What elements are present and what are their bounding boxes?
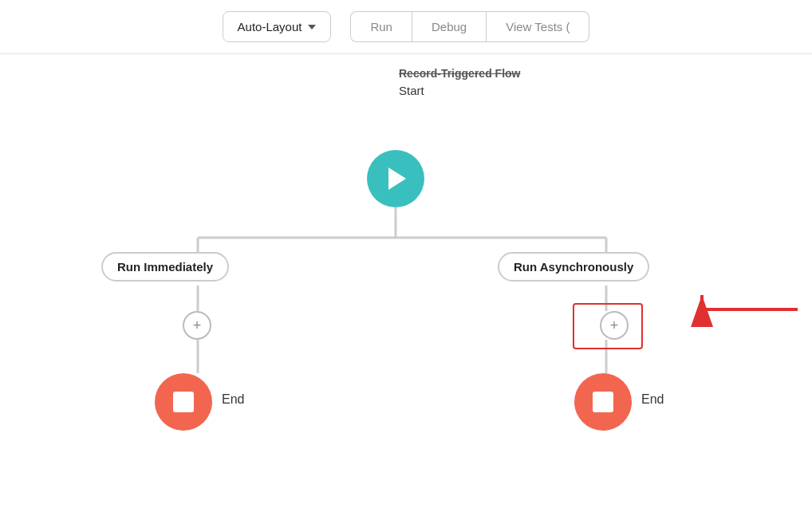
end-label-right: End: [641, 392, 664, 407]
end-label-left: End: [222, 392, 244, 407]
play-icon: [388, 167, 406, 190]
auto-layout-label: Auto-Layout: [238, 20, 302, 33]
add-button-right[interactable]: +: [600, 311, 629, 340]
plus-icon-right: +: [610, 318, 619, 333]
stop-icon-left: [173, 392, 194, 412]
add-button-left[interactable]: +: [183, 311, 211, 340]
red-arrow: [654, 286, 802, 333]
run-button[interactable]: Run: [350, 11, 412, 42]
toolbar-action-group: Run Debug View Tests (: [350, 11, 589, 42]
end-node-right[interactable]: [574, 373, 632, 431]
end-node-left[interactable]: [155, 373, 212, 431]
start-node[interactable]: [367, 150, 424, 207]
toolbar: Auto-Layout Run Debug View Tests (: [0, 0, 812, 54]
flow-header: Record-Triggered Flow Start: [399, 65, 520, 100]
auto-layout-button[interactable]: Auto-Layout: [223, 11, 332, 42]
flow-title: Record-Triggered Flow: [399, 65, 520, 82]
plus-icon-left: +: [193, 318, 202, 333]
branch-label-run-immediately[interactable]: Run Immediately: [101, 252, 229, 282]
flow-canvas: Record-Triggered Flow Start Run Immediat…: [0, 54, 812, 490]
stop-icon-right: [593, 392, 613, 412]
debug-button[interactable]: Debug: [412, 11, 487, 42]
flow-subtitle: Start: [399, 82, 520, 100]
chevron-down-icon: [308, 25, 316, 30]
view-tests-button[interactable]: View Tests (: [487, 11, 589, 42]
branch-label-run-asynchronously[interactable]: Run Asynchronously: [498, 252, 649, 282]
